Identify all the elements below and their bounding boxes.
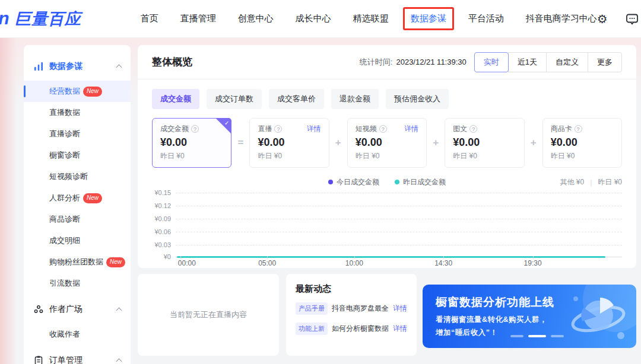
sidebar-item-live-data[interactable]: 直播数据 xyxy=(24,102,131,123)
sidebar-group-author-plaza[interactable]: 作者广场 xyxy=(24,301,131,318)
help-icon[interactable]: ? xyxy=(191,125,199,133)
gridline xyxy=(176,206,622,206)
metric-tabs: 成交金额 成交订单数 成交客单价 退款金额 预估佣金收入 xyxy=(138,79,636,109)
logo-text: 巨量百应 xyxy=(15,8,81,30)
equals-operator: = xyxy=(231,137,249,149)
detail-link[interactable]: 详情 xyxy=(307,124,321,134)
new-badge: New xyxy=(106,257,125,267)
y-tick: ¥0.12 xyxy=(141,202,171,209)
metric-card-short-video[interactable]: 短视频 ? 详情 ¥0.00 昨日 ¥0 xyxy=(347,118,427,168)
sidebar-item-label: 橱窗诊断 xyxy=(49,150,80,161)
plus-operator: + xyxy=(427,137,445,149)
detail-link[interactable]: 详情 xyxy=(393,304,407,314)
tab-gmv[interactable]: 成交金额 xyxy=(152,89,199,109)
metric-card-gmv[interactable]: ✓ 成交金额 ? ¥0.00 昨日 ¥0 xyxy=(152,118,231,168)
metric-card-title: 图文 xyxy=(453,124,467,134)
app-logo[interactable]: in 巨量百应 xyxy=(0,8,81,30)
chart-summary: 其他 ¥0 | 昨日 ¥0 xyxy=(560,177,623,187)
summary-divider: | xyxy=(590,178,592,187)
sidebar-item-product-diagnosis[interactable]: 商品诊断 xyxy=(24,209,131,230)
sidebar-item-short-video-diagnosis[interactable]: 短视频诊断 xyxy=(24,166,131,187)
nav-item-growth-center[interactable]: 成长中心 xyxy=(296,13,331,24)
check-icon: ✓ xyxy=(224,120,229,126)
sidebar-item-fan-club-data[interactable]: 购物粉丝团数据 New xyxy=(24,251,131,273)
tab-avg-order-value[interactable]: 成交客单价 xyxy=(269,89,324,109)
sidebar-item-live-diagnosis[interactable]: 直播诊断 xyxy=(24,123,131,145)
tab-refund-amount[interactable]: 退款金额 xyxy=(331,89,379,109)
sidebar-group-order-management[interactable]: 订单管理 xyxy=(24,352,131,364)
promo-banner[interactable]: 橱窗数据分析功能上线 看清橱窗流量&转化&购买人群， 增加“睡后收入”！ xyxy=(423,285,636,348)
carousel-dot-active[interactable] xyxy=(528,335,546,337)
people-icon xyxy=(33,304,44,315)
sidebar-item-label: 引流数据 xyxy=(49,278,80,289)
help-icon[interactable]: ? xyxy=(575,125,582,133)
sidebar-item-label: 收藏作者 xyxy=(49,329,80,340)
legend-label: 昨日成交金额 xyxy=(403,177,446,187)
sidebar-group-title: 数据参谋 xyxy=(49,61,117,72)
legend-dot-yesterday xyxy=(395,180,399,184)
tab-estimated-commission[interactable]: 预估佣金收入 xyxy=(386,89,449,109)
sidebar-item-business-data[interactable]: 经营数据 New xyxy=(24,81,131,102)
help-icon[interactable]: ? xyxy=(469,125,477,133)
nav-item-home[interactable]: 首页 xyxy=(141,13,158,24)
detail-link[interactable]: 详情 xyxy=(393,324,407,334)
metric-card-title: 短视频 xyxy=(356,124,377,134)
metric-card-yesterday: 昨日 ¥0 xyxy=(160,151,223,161)
live-empty-text: 当前暂无正在直播内容 xyxy=(170,309,247,320)
carousel-dot[interactable] xyxy=(510,335,523,337)
metric-card-value: ¥0.00 xyxy=(356,136,418,149)
tick xyxy=(180,256,181,258)
range-button-realtime[interactable]: 实时 xyxy=(474,52,509,72)
nav-item-creative-center[interactable]: 创意中心 xyxy=(238,13,274,24)
nav-item-platform-activity[interactable]: 平台活动 xyxy=(468,13,504,24)
top-nav: in 巨量百应 首页 直播管理 创意中心 成长中心 精选联盟 数据参谋 平台活动… xyxy=(0,0,641,38)
new-badge: New xyxy=(83,87,102,97)
range-button-custom[interactable]: 自定义 xyxy=(546,52,588,72)
nav-item-selected-alliance[interactable]: 精选联盟 xyxy=(353,13,389,24)
logo-fragment: in xyxy=(0,8,10,28)
metric-card-product-card[interactable]: 商品卡 ? ¥0.00 昨日 ¥0 xyxy=(542,118,622,168)
range-button-last-1-day[interactable]: 近1天 xyxy=(508,52,547,72)
metric-card-title: 直播 xyxy=(258,124,272,134)
metric-card-live[interactable]: 直播 ? 详情 ¥0.00 昨日 ¥0 xyxy=(249,118,329,168)
legend-yesterday[interactable]: 昨日成交金额 xyxy=(395,177,446,187)
x-tick: 10:00 xyxy=(345,259,363,267)
nav-item-data-advisor[interactable]: 数据参谋 xyxy=(411,13,446,24)
nav-item-learning-center[interactable]: 抖音电商学习中心 xyxy=(526,13,597,24)
time-controls: 统计时间: 2023/12/21 11:39:30 实时 近1天 自定义 更多 xyxy=(360,52,622,72)
detail-link[interactable]: 详情 xyxy=(404,124,418,134)
help-icon[interactable]: ? xyxy=(379,125,387,133)
page-title: 整体概览 xyxy=(152,55,192,69)
metric-card-title: 商品卡 xyxy=(551,124,572,134)
settings-gear-icon[interactable]: ⚙ xyxy=(597,13,608,25)
sidebar-item-showcase-diagnosis[interactable]: 橱窗诊断 xyxy=(24,145,131,166)
metric-card-value: ¥0.00 xyxy=(258,136,320,149)
metric-card-value: ¥0.00 xyxy=(453,136,516,149)
chevron-up-icon xyxy=(116,65,122,71)
sidebar-item-transaction-details[interactable]: 成交明细 xyxy=(24,230,131,251)
stat-time-value: 2023/12/21 11:39:30 xyxy=(396,58,466,66)
overview-panel: 整体概览 统计时间: 2023/12/21 11:39:30 实时 近1天 自定… xyxy=(138,45,636,268)
tab-order-count[interactable]: 成交订单数 xyxy=(207,89,262,109)
news-text: 如何分析橱窗数据，... xyxy=(332,324,389,334)
metric-card-image-text[interactable]: 图文 ? ¥0.00 昨日 ¥0 xyxy=(445,118,524,168)
nav-item-live-management[interactable]: 直播管理 xyxy=(180,13,216,24)
metric-card-yesterday: 昨日 ¥0 xyxy=(258,151,320,161)
legend-today[interactable]: 今日成交金额 xyxy=(328,177,379,187)
new-badge: New xyxy=(83,193,102,203)
carousel-dot[interactable] xyxy=(551,335,564,337)
sidebar-item-label: 人群分析 xyxy=(49,193,80,203)
sidebar-item-traffic-data[interactable]: 引流数据 xyxy=(24,273,131,294)
range-button-more[interactable]: 更多 xyxy=(588,52,622,72)
news-item-new-feature[interactable]: 功能上新 如何分析橱窗数据，... 详情 xyxy=(296,323,407,335)
sidebar-group-data-advisor[interactable]: 数据参谋 xyxy=(24,58,131,75)
message-chat-icon[interactable] xyxy=(626,12,639,25)
sidebar-item-label: 直播数据 xyxy=(49,107,80,118)
sidebar-item-audience-analysis[interactable]: 人群分析 New xyxy=(24,187,131,209)
news-item-product-manual[interactable]: 产品手册 抖音电商罗盘最全最... 详情 xyxy=(296,302,407,315)
yesterday-amount: 昨日 ¥0 xyxy=(598,177,622,187)
sidebar-item-favorite-authors[interactable]: 收藏作者 xyxy=(24,324,131,345)
y-tick: ¥0.06 xyxy=(141,228,171,235)
help-icon[interactable]: ? xyxy=(274,125,282,133)
legend-label: 今日成交金额 xyxy=(337,177,379,187)
